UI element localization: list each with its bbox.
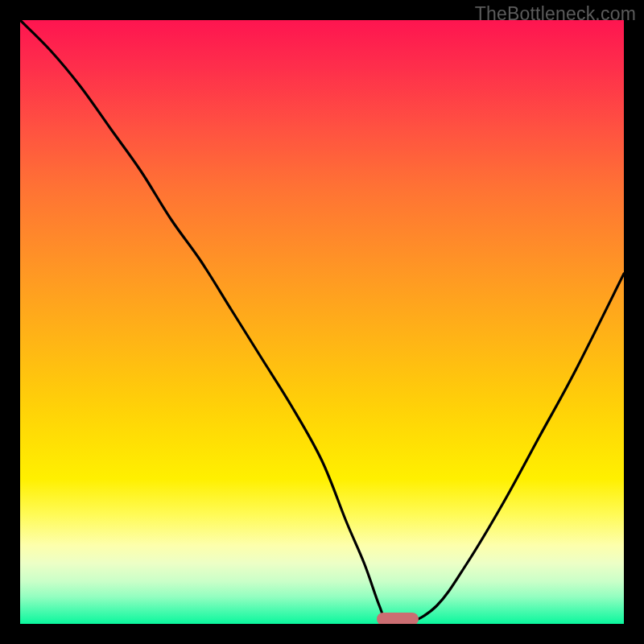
bottleneck-curve	[20, 20, 624, 624]
chart-canvas: TheBottleneck.com	[0, 0, 644, 644]
curve-path	[20, 20, 624, 624]
minimum-marker	[377, 613, 419, 624]
plot-area	[20, 20, 624, 624]
watermark-text: TheBottleneck.com	[475, 3, 636, 25]
